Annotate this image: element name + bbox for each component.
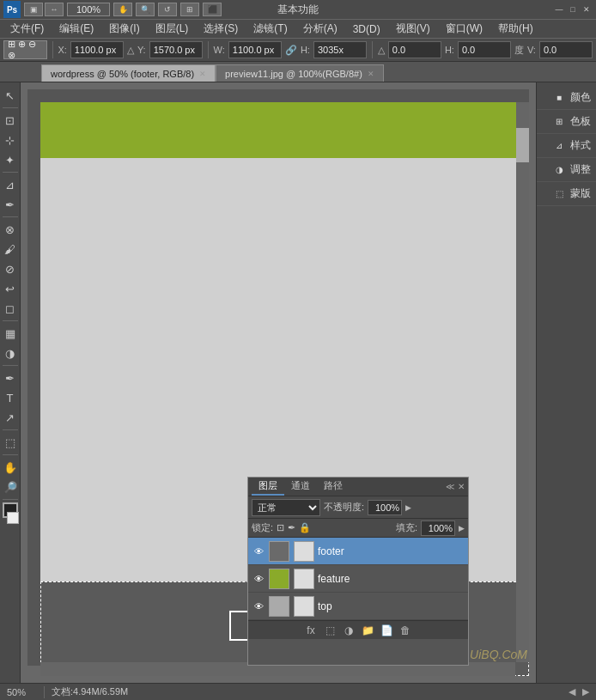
color-panel-btn[interactable]: ■ 颜色 <box>537 86 596 110</box>
menu-item-编辑e[interactable]: 编辑(E) <box>52 20 100 38</box>
h2-value[interactable]: 0.0 <box>458 41 511 58</box>
selection-mode-btn[interactable]: ⊞ ⊕ ⊖ ⊗ <box>3 40 47 59</box>
path-select-tool[interactable]: ↗ <box>1 408 20 427</box>
lock-move-icon[interactable]: ✒ <box>288 522 295 533</box>
move-tool[interactable]: ↖ <box>1 86 20 105</box>
layer-item-top[interactable]: 👁 top <box>248 593 468 620</box>
separator3 <box>372 41 373 58</box>
status-nav-next[interactable]: ▶ <box>582 686 589 697</box>
screen-mode-icon[interactable]: ⬛ <box>203 3 222 16</box>
history-brush-tool[interactable]: ↩ <box>1 279 20 298</box>
tab-close-icon[interactable]: ✕ <box>199 70 206 78</box>
minimize-button[interactable]: — <box>553 3 565 15</box>
menu-item-选择s[interactable]: 选择(S) <box>197 20 245 38</box>
menu-item-3dd[interactable]: 3D(D) <box>346 21 387 37</box>
fill-arrow[interactable]: ▶ <box>459 524 465 533</box>
paths-tab[interactable]: 路径 <box>317 478 350 496</box>
crop-tool[interactable]: ⊿ <box>1 175 20 194</box>
lock-pixel-icon[interactable]: ⊡ <box>277 522 284 533</box>
hand-tool[interactable]: ✋ <box>1 458 20 477</box>
tab-close-icon[interactable]: ✕ <box>368 70 374 78</box>
lock-all-icon[interactable]: 🔒 <box>299 522 311 533</box>
layer-group-button[interactable]: 📁 <box>361 624 374 637</box>
zoom-tool-icon[interactable]: 🔍 <box>136 3 155 16</box>
status-nav-prev[interactable]: ◀ <box>569 686 575 697</box>
menu-item-文件f[interactable]: 文件(F) <box>3 20 51 38</box>
fill-value[interactable]: 100% <box>421 520 455 536</box>
rotate-icon[interactable]: ↺ <box>158 3 177 16</box>
brush-tool[interactable]: 🖌 <box>1 240 20 259</box>
y-value[interactable]: 1570.0 px <box>149 41 203 58</box>
window-buttons: — □ ✕ <box>553 3 593 15</box>
menu-item-滤镜t[interactable]: 滤镜(T) <box>246 20 294 38</box>
layer-item-footer[interactable]: 👁 footer <box>248 538 468 565</box>
channels-tab[interactable]: 通道 <box>284 478 317 496</box>
adjustments-panel-btn[interactable]: ◑ 调整 <box>537 158 596 182</box>
layer-new-button[interactable]: 📄 <box>380 624 393 637</box>
lasso-tool[interactable]: ⊹ <box>1 131 20 149</box>
file-icon[interactable]: ▣ <box>24 3 43 16</box>
menu-item-图像i[interactable]: 图像(I) <box>102 20 146 38</box>
tab-wordpress[interactable]: wordpress @ 50% (footer, RGB/8) ✕ <box>41 64 216 82</box>
blend-mode-select[interactable]: 正常 <box>252 499 320 516</box>
eyedropper-tool[interactable]: ✒ <box>1 195 20 214</box>
color-label: 颜色 <box>570 90 591 105</box>
opacity-value[interactable]: 100% <box>368 500 402 515</box>
angle-value[interactable]: 0.0 <box>388 41 441 58</box>
marquee-tool[interactable]: ⊡ <box>1 111 20 130</box>
maximize-button[interactable]: □ <box>567 3 579 15</box>
pen-tool[interactable]: ✒ <box>1 368 20 387</box>
arrange-icon[interactable]: ⊞ <box>180 3 199 16</box>
menu-item-图层l[interactable]: 图层(L) <box>149 20 196 38</box>
w-value[interactable]: 1100.0 px <box>228 41 282 58</box>
layers-tab[interactable]: 图层 <box>252 478 284 496</box>
nav-icon[interactable]: ↔ <box>45 3 64 16</box>
layer-name-footer: footer <box>318 545 465 557</box>
layer-visibility-icon[interactable]: 👁 <box>252 572 265 586</box>
styles-panel-btn[interactable]: ⊿ 样式 <box>537 134 596 158</box>
magic-wand-tool[interactable]: ✦ <box>1 150 20 169</box>
masks-panel-btn[interactable]: ⬚ 蒙版 <box>537 182 596 206</box>
panel-close-icon[interactable]: ✕ <box>458 482 465 491</box>
hand-tool-icon[interactable]: ✋ <box>113 3 132 16</box>
clone-tool[interactable]: ⊘ <box>1 259 20 278</box>
gradient-tool[interactable]: ▦ <box>1 324 20 343</box>
scrollbar-thumb[interactable] <box>516 128 529 162</box>
h-value[interactable]: 3035x <box>313 41 367 58</box>
w-label: W: <box>214 45 225 55</box>
layer-visibility-icon[interactable]: 👁 <box>252 600 265 613</box>
layer-mask-button[interactable]: ⬚ <box>323 624 337 637</box>
panel-collapse-icon[interactable]: ≪ <box>446 482 454 491</box>
background-color[interactable] <box>7 512 19 524</box>
layer-visibility-icon[interactable]: 👁 <box>252 545 265 558</box>
layer-name-feature: feature <box>318 573 465 585</box>
layer-fx-button[interactable]: fx <box>304 624 318 637</box>
x-value[interactable]: 1100.0 px <box>70 41 124 58</box>
v-value[interactable]: 0.0 <box>539 41 593 58</box>
zoom-tool[interactable]: 🔎 <box>1 478 20 496</box>
titlebar: Ps ▣ ↔ 100% ✋ 🔍 ↺ ⊞ ⬛ 基本功能 — □ ✕ <box>0 0 596 19</box>
heal-tool[interactable]: ⊗ <box>1 220 20 239</box>
layers-panel: 图层 通道 路径 ≪ ✕ 正常 不透明度: 100% ▶ <box>247 477 469 666</box>
layer-delete-button[interactable]: 🗑 <box>398 624 412 637</box>
layer-mask-thumb <box>294 541 314 562</box>
menu-item-视图v[interactable]: 视图(V) <box>389 20 437 38</box>
menu-item-分析a[interactable]: 分析(A) <box>296 20 344 38</box>
menu-item-帮助h[interactable]: 帮助(H) <box>491 20 540 38</box>
tab-preview[interactable]: preview11.jpg @ 100%(RGB/8#) ✕ <box>216 64 384 82</box>
layers-lock-row: 锁定: ⊡ ✒ 🔒 填充: 100% ▶ <box>248 519 468 538</box>
swatches-panel-btn[interactable]: ⊞ 色板 <box>537 110 596 134</box>
close-button[interactable]: ✕ <box>581 3 593 15</box>
menu-item-窗口w[interactable]: 窗口(W) <box>439 20 490 38</box>
scrollbar-vertical[interactable] <box>516 102 529 662</box>
canvas-area[interactable]: 图片处理教程 28ps.com广播网 图层 通道 路径 ≪ <box>21 82 536 683</box>
titlebar-zoom[interactable]: 100% <box>67 3 110 16</box>
layer-adjustment-button[interactable]: ◑ <box>342 624 356 637</box>
dodge-tool[interactable]: ◑ <box>1 344 20 362</box>
tool-separator3 <box>3 216 18 217</box>
shape-tool[interactable]: ⬚ <box>1 433 20 452</box>
opacity-arrow[interactable]: ▶ <box>405 503 411 512</box>
layer-item-feature[interactable]: 👁 feature <box>248 565 468 593</box>
eraser-tool[interactable]: ◻ <box>1 299 20 318</box>
type-tool[interactable]: T <box>1 388 20 407</box>
